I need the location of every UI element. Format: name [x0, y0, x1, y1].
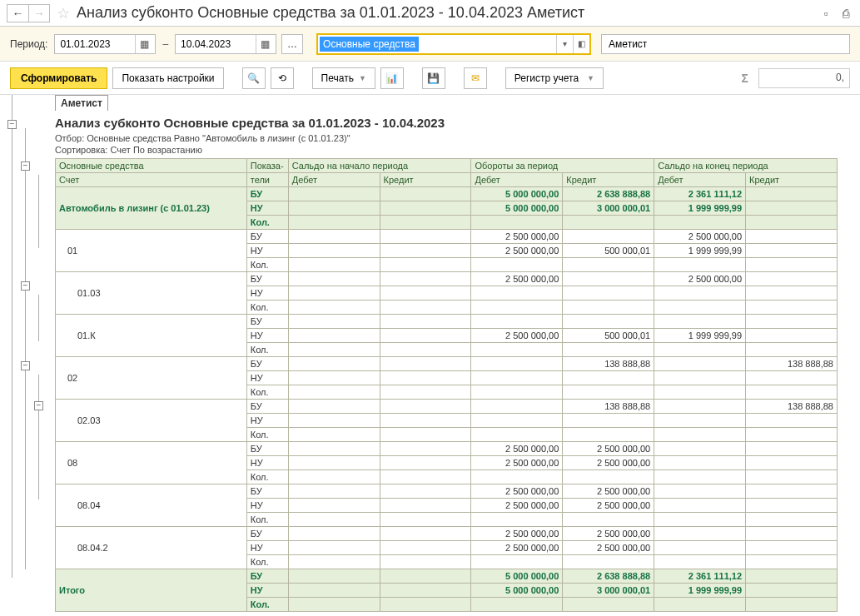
cell [288, 470, 380, 484]
email-button[interactable]: ✉ [464, 67, 487, 89]
col-end-balance: Сальдо на конец периода [654, 159, 838, 173]
cell [746, 301, 838, 315]
cell [288, 286, 380, 301]
indicator-cell: НУ [246, 499, 288, 513]
chart-button[interactable]: 📊 [380, 67, 404, 89]
date-from-input[interactable] [55, 35, 135, 53]
cell [563, 385, 654, 400]
cell: 2 500 000,00 [654, 230, 746, 244]
table-row[interactable]: 08 БУ 2 500 000,00 2 500 000,00 [56, 442, 838, 456]
cell [654, 315, 746, 329]
indicator-cell: БУ [246, 315, 288, 329]
refresh-button[interactable]: ⟲ [271, 67, 294, 89]
popup-icon[interactable]: ◧ [573, 35, 589, 53]
cell [380, 329, 471, 343]
indicator-cell: БУ [246, 357, 288, 371]
table-row[interactable]: 02.03 БУ 138 888,88 138 888,88 [56, 400, 838, 414]
print-button[interactable]: Печать▼ [312, 67, 375, 89]
date-range-dash: – [161, 38, 170, 50]
date-from-field[interactable]: ▦ [54, 34, 156, 54]
cell [288, 216, 380, 230]
cell: 2 500 000,00 [471, 541, 563, 555]
cell [746, 499, 838, 513]
filter-toolbar: Период: ▦ – ▦ … Основные средства ▾ ◧ [0, 27, 860, 62]
table-row[interactable]: 01.К БУ [56, 315, 838, 329]
form-report-button[interactable]: Сформировать [10, 67, 107, 89]
cell [654, 499, 746, 513]
cell [746, 555, 838, 569]
indicator-cell: Кол. [246, 301, 288, 315]
nav-forward-button[interactable]: → [28, 4, 50, 22]
cell [654, 555, 746, 569]
indicator-cell: Кол. [246, 343, 288, 357]
cell [654, 371, 746, 385]
cell [380, 301, 471, 315]
cell [471, 357, 563, 371]
calendar-icon[interactable]: ▦ [135, 35, 153, 53]
cell [380, 541, 471, 555]
table-row[interactable]: Автомобиль в лизинг (с 01.01.23) БУ 5 00… [56, 187, 838, 201]
cell [746, 230, 838, 244]
cell [654, 216, 746, 230]
cell [380, 442, 471, 456]
indicator-cell: Кол. [246, 258, 288, 272]
table-row[interactable]: 01.03 БУ 2 500 000,00 2 500 000,00 [56, 272, 838, 286]
tree-collapse-node[interactable]: − [21, 281, 30, 291]
cell [380, 315, 471, 329]
organization-field[interactable] [601, 34, 850, 54]
organization-input[interactable] [607, 37, 844, 51]
chevron-down-icon[interactable]: ▾ [556, 35, 573, 53]
indicator-cell: Кол. [246, 385, 288, 400]
search-button[interactable]: 🔍 [242, 67, 266, 89]
print-icon[interactable]: ⎙ [838, 6, 853, 21]
cell [746, 244, 838, 258]
indicator-cell: НУ [246, 456, 288, 470]
col-start-credit: Кредит [380, 173, 471, 187]
save-button[interactable]: 💾 [422, 67, 445, 89]
indicator-cell: Кол. [246, 513, 288, 527]
cell [380, 414, 471, 428]
cell: 2 500 000,00 [471, 456, 563, 470]
table-row[interactable]: Итого БУ 5 000 000,00 2 638 888,88 2 361… [56, 569, 838, 584]
cell [288, 357, 380, 371]
calendar-icon[interactable]: ▦ [256, 35, 274, 53]
cell [654, 541, 746, 555]
date-to-input[interactable] [176, 35, 256, 53]
col-end-credit: Кредит [746, 173, 838, 187]
date-to-field[interactable]: ▦ [175, 34, 276, 54]
indicator-cell: Кол. [246, 470, 288, 484]
cell [654, 414, 746, 428]
tree-gutter: − − − − − [7, 95, 55, 612]
table-row[interactable]: 08.04.2 БУ 2 500 000,00 2 500 000,00 [56, 527, 838, 541]
tree-collapse-node[interactable]: − [21, 361, 30, 370]
col-start-debit: Дебет [288, 173, 380, 187]
report-title: Анализ субконто Основные средства за 01.… [55, 116, 860, 130]
table-row[interactable]: 01 БУ 2 500 000,00 2 500 000,00 [56, 230, 838, 244]
subkonto-field[interactable]: Основные средства ▾ ◧ [316, 33, 591, 55]
save-file-icon[interactable]: ▫ [818, 6, 833, 21]
row-name: 02 [56, 357, 247, 400]
cell: 1 999 999,99 [654, 201, 746, 216]
table-row[interactable]: 02 БУ 138 888,88 138 888,88 [56, 357, 838, 371]
tree-collapse-node[interactable]: − [7, 120, 17, 129]
table-row[interactable]: 08.04 БУ 2 500 000,00 2 500 000,00 [56, 484, 838, 499]
cell [471, 216, 563, 230]
tree-collapse-node[interactable]: − [21, 161, 30, 171]
indicator-cell: НУ [246, 584, 288, 598]
tree-collapse-node[interactable]: − [34, 401, 43, 410]
cell: 2 500 000,00 [563, 527, 654, 541]
register-button[interactable]: Регистр учета▼ [505, 67, 604, 89]
cell [563, 272, 654, 286]
favorite-star-icon[interactable]: ☆ [57, 4, 70, 22]
cell [380, 244, 471, 258]
cell [380, 258, 471, 272]
nav-back-button[interactable]: ← [7, 4, 28, 22]
period-picker-button[interactable]: … [281, 34, 303, 54]
indicator-cell: БУ [246, 187, 288, 201]
diskette-icon: 💾 [427, 72, 440, 84]
show-settings-button[interactable]: Показать настройки [112, 67, 223, 89]
cell: 3 000 000,01 [563, 201, 654, 216]
cell [471, 385, 563, 400]
cell [380, 584, 471, 598]
cell [746, 414, 838, 428]
